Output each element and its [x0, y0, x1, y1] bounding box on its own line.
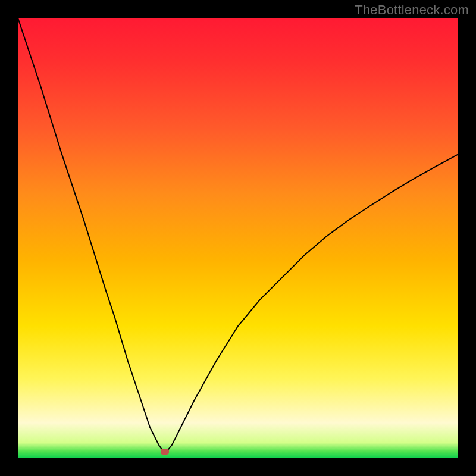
curve-svg	[18, 18, 458, 458]
watermark-text: TheBottleneck.com	[355, 2, 469, 18]
bottleneck-curve-path	[18, 18, 458, 454]
optimal-point-marker	[161, 449, 169, 455]
plot-frame	[18, 18, 458, 458]
chart-stage: TheBottleneck.com	[0, 0, 476, 476]
